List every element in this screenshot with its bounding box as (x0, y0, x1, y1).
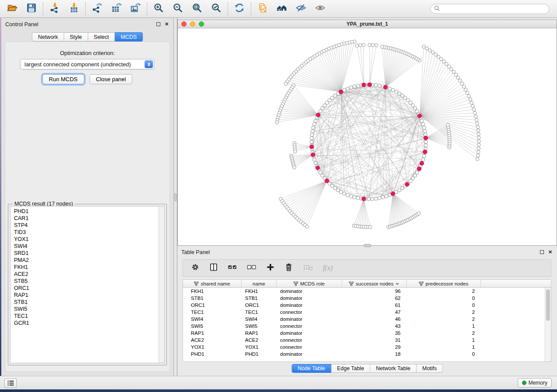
network-node[interactable] (374, 83, 377, 87)
tab-motifs[interactable]: Motifs (416, 364, 443, 373)
close-panel-button[interactable]: ✕ (164, 21, 170, 27)
table-settings-button[interactable] (191, 263, 200, 273)
network-leaf-node[interactable] (476, 154, 480, 158)
export-network-button[interactable] (87, 0, 107, 17)
network-leaf-node[interactable] (467, 94, 471, 98)
network-node[interactable] (378, 84, 381, 87)
delete-column-button[interactable] (284, 263, 293, 273)
table-row[interactable]: SWI5SWI5connector431 (183, 323, 551, 330)
mcds-result-item[interactable]: CAR1 (14, 215, 164, 222)
network-node[interactable] (424, 144, 428, 147)
cell-predecessor-nodes[interactable]: 1 (407, 337, 481, 344)
cell-name[interactable]: ACE2 (242, 337, 277, 344)
mcds-result-item[interactable]: FKH1 (14, 264, 164, 271)
cell-shared-name[interactable]: PHD1 (183, 351, 242, 358)
cell-predecessor-nodes[interactable]: 2 (407, 309, 481, 316)
network-node[interactable] (398, 92, 401, 95)
network-leaf-node[interactable] (464, 88, 467, 92)
cell-shared-name[interactable]: ORC1 (183, 302, 242, 309)
network-leaf-node[interactable] (359, 44, 362, 47)
splitter-handle[interactable] (174, 193, 176, 201)
cell-name[interactable]: PHD1 (242, 351, 277, 358)
cell-name[interactable]: TEC1 (242, 309, 277, 316)
network-mcds-hub-node[interactable] (418, 114, 422, 118)
network-leaf-node[interactable] (469, 98, 472, 101)
cell-name[interactable]: RAP1 (242, 330, 277, 337)
network-node[interactable] (353, 196, 356, 199)
table-row[interactable]: PHD1PHD1dominator180 (183, 351, 551, 358)
cell-shared-name[interactable]: STB1 (183, 295, 242, 302)
clone-network-button[interactable] (253, 0, 272, 17)
network-leaf-node[interactable] (362, 44, 366, 47)
criterion-select[interactable]: largest connected component (undirected) (20, 59, 154, 69)
network-leaf-node[interactable] (371, 43, 375, 47)
network-node[interactable] (356, 84, 360, 87)
table-row[interactable]: STB1STB1dominator620 (183, 295, 551, 302)
network-leaf-node[interactable] (275, 121, 279, 124)
mcds-result-item[interactable]: GCR1 (14, 320, 164, 327)
network-node[interactable] (394, 90, 398, 93)
float-table-panel-button[interactable] (539, 249, 545, 255)
open-session-button[interactable] (3, 0, 22, 17)
mcds-result-item[interactable]: YOX1 (14, 236, 164, 243)
memory-button[interactable]: Memory (518, 378, 552, 388)
cell-shared-name[interactable]: FKH1 (183, 288, 242, 295)
hide-selected-button[interactable] (291, 0, 311, 17)
network-node[interactable] (374, 197, 377, 200)
cell-successor-nodes[interactable]: 18 (342, 351, 407, 358)
vertical-splitter[interactable] (173, 18, 177, 376)
network-leaf-node[interactable] (457, 76, 460, 79)
search-box[interactable] (430, 4, 549, 14)
network-node[interactable] (349, 195, 353, 198)
network-mcds-hub-node[interactable] (384, 85, 387, 89)
network-leaf-node[interactable] (450, 68, 453, 71)
network-leaf-node[interactable] (425, 47, 429, 50)
network-node[interactable] (388, 87, 391, 90)
mcds-result-item[interactable]: ACE2 (14, 271, 164, 278)
deselect-all-button[interactable] (247, 263, 256, 273)
save-session-button[interactable] (22, 0, 41, 17)
network-node[interactable] (424, 140, 428, 144)
network-node[interactable] (356, 196, 360, 200)
network-mcds-hub-node[interactable] (310, 145, 314, 149)
network-mcds-hub-node[interactable] (391, 192, 395, 196)
cell-MCDS-role[interactable]: dominator (277, 351, 342, 358)
column-header-name[interactable]: name (242, 280, 277, 288)
table-scrollbar-thumb[interactable] (546, 289, 550, 321)
mcds-result-item[interactable]: STB1 (14, 299, 164, 306)
cell-successor-nodes[interactable]: 47 (342, 309, 407, 316)
network-leaf-node[interactable] (422, 45, 426, 48)
tab-edge-table[interactable]: Edge Table (331, 364, 370, 373)
table-scrollbar[interactable] (545, 288, 551, 361)
tab-network[interactable]: Network (32, 32, 64, 41)
network-leaf-node[interactable] (369, 225, 372, 229)
network-mcds-hub-node[interactable] (316, 113, 320, 117)
network-leaf-node[interactable] (477, 140, 481, 143)
network-leaf-node[interactable] (476, 122, 479, 125)
cell-predecessor-nodes[interactable]: 1 (407, 323, 481, 330)
network-node[interactable] (343, 192, 346, 196)
network-leaf-node[interactable] (477, 129, 480, 132)
network-leaf-node[interactable] (375, 44, 378, 47)
network-leaf-node[interactable] (477, 150, 480, 154)
tab-network-table[interactable]: Network Table (370, 364, 417, 373)
refresh-button[interactable] (230, 0, 249, 17)
network-node[interactable] (310, 140, 313, 144)
cell-predecessor-nodes[interactable]: 0 (407, 351, 481, 358)
network-leaf-node[interactable] (471, 104, 475, 108)
network-leaf-node[interactable] (477, 132, 481, 136)
network-node[interactable] (385, 195, 388, 198)
horizontal-splitter-handle[interactable] (364, 244, 371, 247)
cell-successor-nodes[interactable]: 96 (342, 288, 407, 295)
tab-select[interactable]: Select (88, 32, 115, 41)
cell-predecessor-nodes[interactable]: 1 (407, 344, 481, 351)
cell-name[interactable]: SWI4 (242, 316, 277, 323)
cell-MCDS-role[interactable]: dominator (277, 316, 342, 323)
network-node[interactable] (346, 193, 349, 197)
tab-mcds[interactable]: MCDS (115, 32, 143, 41)
network-leaf-node[interactable] (477, 147, 481, 150)
network-leaf-node[interactable] (445, 62, 448, 66)
column-header-shared-name[interactable]: shared name (183, 280, 242, 288)
column-header-predecessor-nodes[interactable]: predecessor nodes (407, 280, 481, 288)
network-node[interactable] (314, 119, 317, 123)
